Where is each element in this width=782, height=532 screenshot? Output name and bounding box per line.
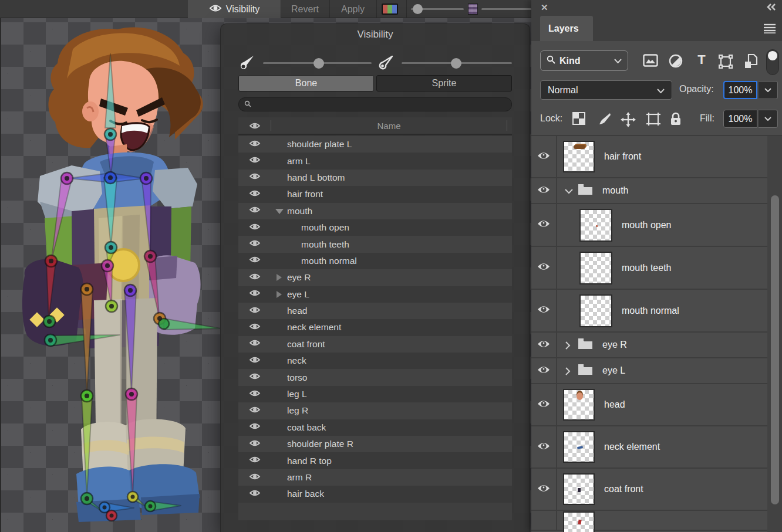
lock-artboard-icon[interactable] — [646, 112, 661, 128]
layer-thumbnail[interactable] — [563, 141, 595, 172]
row-visibility-toggle[interactable] — [238, 222, 271, 233]
layer-row[interactable]: head — [531, 384, 767, 426]
lock-transparent-pixels-icon[interactable] — [572, 112, 585, 127]
visibility-row[interactable]: eye L — [238, 286, 512, 303]
visibility-row[interactable]: leg L — [238, 386, 512, 402]
layer-group-row[interactable]: eye L — [531, 358, 767, 384]
layer-visibility-toggle[interactable] — [531, 384, 557, 425]
layer-visibility-toggle[interactable] — [531, 426, 557, 467]
panel-menu-icon[interactable] — [763, 23, 776, 36]
smart-object-filter-icon[interactable] — [744, 54, 758, 72]
apply-button[interactable]: Apply — [330, 0, 376, 18]
layer-row[interactable]: mouth normal — [531, 290, 767, 333]
layer-visibility-toggle[interactable] — [531, 358, 557, 383]
opacity-field[interactable]: 100% — [723, 81, 757, 99]
row-visibility-toggle[interactable] — [238, 139, 271, 150]
fill-field[interactable]: 100% — [723, 110, 757, 128]
adjustment-layer-filter-icon[interactable] — [669, 54, 683, 70]
kind-filter-dropdown[interactable]: Kind — [540, 50, 628, 71]
lock-position-icon[interactable] — [621, 112, 636, 130]
bone-opacity-knob[interactable] — [314, 58, 324, 69]
row-visibility-toggle[interactable] — [238, 372, 271, 383]
visibility-row[interactable]: mouth teeth — [238, 236, 512, 252]
type-layer-filter-icon[interactable]: T — [695, 53, 708, 69]
fill-dropdown-chevron[interactable] — [759, 110, 778, 128]
sprite-opacity-slider[interactable] — [481, 8, 531, 10]
visibility-row[interactable]: mouth open — [238, 219, 512, 236]
row-visibility-toggle[interactable] — [238, 355, 271, 367]
bone-opacity-slider-knob[interactable] — [413, 4, 423, 14]
layer-thumbnail[interactable] — [563, 389, 595, 421]
row-visibility-toggle[interactable] — [238, 472, 271, 483]
row-visibility-toggle[interactable] — [238, 172, 271, 183]
close-icon[interactable]: ✕ — [541, 2, 548, 13]
row-visibility-toggle[interactable] — [238, 405, 271, 416]
layer-group-row[interactable]: eye R — [531, 333, 767, 358]
visibility-row[interactable]: eye R — [238, 269, 512, 286]
color-swatch-icon[interactable] — [382, 4, 398, 15]
layer-group-row[interactable]: mouth — [531, 178, 767, 204]
expander-collapsed-icon[interactable] — [274, 290, 287, 299]
search-input[interactable] — [255, 100, 501, 110]
layer-row[interactable]: mouth teeth — [531, 247, 767, 290]
pixel-layer-filter-icon[interactable] — [643, 54, 658, 69]
row-visibility-toggle[interactable] — [238, 205, 271, 216]
row-visibility-toggle[interactable] — [238, 272, 271, 283]
row-visibility-toggle[interactable] — [238, 255, 271, 266]
tab-layers[interactable]: Layers — [540, 16, 593, 41]
layer-visibility-toggle[interactable] — [531, 290, 557, 331]
visibility-row[interactable]: mouth — [238, 203, 512, 219]
row-visibility-toggle[interactable] — [238, 455, 271, 466]
layer-row[interactable]: coat front — [531, 469, 767, 511]
row-visibility-toggle[interactable] — [238, 155, 271, 167]
tab-bone[interactable]: Bone — [238, 75, 374, 92]
group-expanded-chevron[interactable] — [564, 187, 572, 195]
visibility-row[interactable]: coat back — [238, 419, 512, 436]
row-visibility-toggle[interactable] — [238, 306, 271, 317]
visibility-row[interactable]: torso — [238, 369, 512, 385]
row-visibility-toggle[interactable] — [238, 338, 271, 350]
visibility-row[interactable]: head — [238, 303, 512, 319]
layer-visibility-toggle[interactable] — [531, 511, 557, 530]
visibility-row[interactable]: hand L bottom — [238, 170, 512, 186]
shape-layer-filter-icon[interactable] — [718, 54, 733, 72]
visibility-row[interactable]: neck element — [238, 319, 512, 336]
row-visibility-toggle[interactable] — [238, 422, 271, 433]
visibility-row[interactable]: hair front — [238, 186, 512, 202]
row-visibility-toggle[interactable] — [238, 239, 271, 250]
revert-button[interactable]: Revert — [281, 0, 329, 18]
visibility-row[interactable]: leg R — [238, 402, 512, 419]
scrollbar-thumb[interactable] — [771, 195, 779, 504]
layer-thumbnail[interactable] — [579, 209, 612, 242]
row-visibility-toggle[interactable] — [238, 322, 271, 333]
layer-visibility-toggle[interactable] — [531, 333, 557, 357]
layer-visibility-toggle[interactable] — [531, 469, 557, 510]
lock-image-pixels-icon[interactable] — [598, 112, 612, 128]
opacity-dropdown-chevron[interactable] — [759, 81, 778, 99]
scrollbar-track[interactable] — [767, 136, 782, 532]
expander-collapsed-icon[interactable] — [274, 273, 287, 282]
row-visibility-toggle[interactable] — [238, 489, 271, 500]
visibility-toggle-button[interactable]: Visibility — [188, 0, 281, 18]
layer-visibility-toggle[interactable] — [531, 136, 557, 177]
visibility-row[interactable]: shoulder plate L — [238, 136, 512, 153]
layer-row[interactable]: neck element — [531, 426, 767, 469]
sprite-thumbnail-knob[interactable] — [468, 4, 478, 15]
expander-expanded-icon[interactable] — [274, 206, 287, 216]
layer-row[interactable]: hair front — [531, 136, 767, 178]
layer-thumbnail[interactable] — [563, 473, 595, 505]
visibility-row[interactable]: hair back — [238, 486, 512, 502]
layer-row[interactable] — [531, 511, 767, 531]
lock-all-icon[interactable] — [670, 112, 682, 128]
layer-visibility-toggle[interactable] — [531, 178, 557, 203]
visibility-row[interactable]: neck — [238, 353, 512, 369]
group-collapsed-chevron[interactable] — [564, 367, 572, 375]
tab-sprite[interactable]: Sprite — [376, 75, 512, 92]
visibility-row[interactable]: hand R top — [238, 452, 512, 469]
layer-row[interactable]: mouth open — [531, 204, 767, 247]
layer-thumbnail[interactable] — [563, 431, 595, 463]
search-box[interactable] — [238, 97, 512, 111]
sprite-opacity-knob[interactable] — [451, 58, 461, 69]
row-visibility-toggle[interactable] — [238, 439, 271, 450]
row-visibility-toggle[interactable] — [238, 189, 271, 200]
